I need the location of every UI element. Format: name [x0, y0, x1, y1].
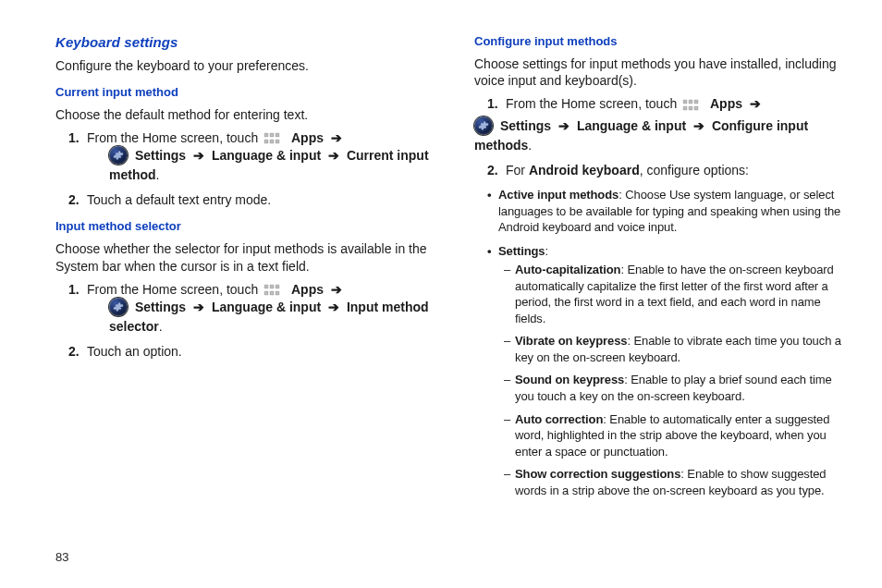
right-column: Configure input methods Choose settings …	[474, 33, 849, 506]
period: .	[528, 138, 532, 153]
page-number: 83	[55, 549, 68, 566]
settings-label: Settings	[135, 148, 186, 163]
apps-icon	[682, 99, 703, 112]
subheading-intro: Choose the default method for entering t…	[55, 106, 430, 124]
list-item: Settings: Auto-capitalization: Enable to…	[487, 243, 849, 499]
svg-rect-3	[264, 140, 268, 143]
svg-rect-8	[276, 285, 279, 288]
path-segment: Language & input	[577, 118, 686, 133]
step-continuation: Settings ➔ Language & input ➔ Configure …	[474, 116, 849, 154]
dash-label: Auto-capitalization	[515, 263, 620, 276]
svg-rect-7	[270, 285, 274, 288]
dash-label: Sound on keypress	[515, 373, 624, 386]
svg-rect-2	[276, 133, 279, 137]
section-intro: Configure the keyboard to your preferenc…	[55, 57, 430, 75]
arrow-icon: ➔	[331, 130, 342, 145]
step-text: From the Home screen, touch	[87, 282, 262, 297]
gear-icon	[474, 116, 493, 135]
subheading-intro: Choose settings for input methods you ha…	[474, 55, 849, 91]
svg-rect-0	[264, 133, 268, 137]
bold-text: Android keyboard	[529, 163, 640, 178]
apps-label: Apps	[291, 130, 324, 145]
left-column: Keyboard settings Configure the keyboard…	[55, 33, 430, 506]
step-continuation: Settings ➔ Language & input ➔ Input meth…	[109, 298, 430, 336]
columns: Keyboard settings Configure the keyboard…	[55, 33, 849, 506]
step-text: From the Home screen, touch	[87, 130, 262, 145]
apps-label: Apps	[291, 282, 324, 297]
apps-icon	[263, 132, 284, 145]
dash-list: Auto-capitalization: Enable to have the …	[498, 262, 849, 498]
svg-rect-6	[264, 285, 268, 288]
settings-label: Settings	[500, 118, 551, 133]
arrow-icon: ➔	[193, 300, 204, 314]
bullet-list: Active input methods: Choose Use system …	[474, 187, 849, 498]
dash-label: Show correction suggestions	[515, 467, 680, 481]
bullet-label: Active input methods	[498, 188, 619, 202]
path-segment: Language & input	[212, 300, 321, 314]
svg-rect-12	[683, 100, 687, 104]
step-continuation: Settings ➔ Language & input ➔ Current in…	[109, 146, 430, 184]
bullet-text: :	[545, 244, 548, 258]
step-item: Touch an option.	[68, 343, 430, 361]
subheading-current-input: Current input method	[55, 84, 430, 101]
arrow-icon: ➔	[328, 300, 339, 314]
apps-icon	[263, 284, 284, 297]
list-item: Auto-capitalization: Enable to have the …	[504, 262, 849, 326]
steps-list: From the Home screen, touch Apps ➔ Setti…	[474, 95, 849, 179]
svg-rect-5	[276, 140, 279, 143]
list-item: Sound on keypress: Enable to play a brie…	[504, 372, 849, 404]
svg-rect-1	[270, 133, 274, 137]
svg-rect-9	[264, 291, 268, 295]
list-item: Auto correction: Enable to automatically…	[504, 411, 849, 460]
svg-rect-10	[270, 291, 274, 295]
gear-icon	[109, 146, 128, 165]
manual-page: Keyboard settings Configure the keyboard…	[0, 0, 882, 588]
svg-rect-14	[694, 100, 698, 104]
dash-label: Vibrate on keypress	[515, 334, 627, 348]
apps-label: Apps	[710, 96, 742, 111]
path-segment: Language & input	[212, 148, 321, 163]
step-text: Touch an option.	[87, 344, 182, 359]
step-item: For Android keyboard, configure options:	[487, 162, 849, 179]
section-heading: Keyboard settings	[55, 33, 430, 52]
svg-rect-15	[683, 106, 687, 110]
gear-icon	[109, 298, 128, 316]
period: .	[159, 319, 163, 334]
bullet-label: Settings	[498, 244, 545, 258]
arrow-icon: ➔	[693, 118, 704, 133]
step-item: From the Home screen, touch Apps ➔ Setti…	[68, 281, 430, 337]
svg-rect-11	[276, 291, 279, 295]
step-item: Touch a default text entry mode.	[68, 191, 430, 209]
step-text: From the Home screen, touch	[506, 96, 680, 111]
arrow-icon: ➔	[328, 148, 339, 163]
step-text: Touch a default text entry mode.	[87, 192, 271, 207]
arrow-icon: ➔	[193, 148, 204, 163]
step-text: , configure options:	[640, 163, 749, 178]
subheading-intro: Choose whether the selector for input me…	[55, 240, 430, 276]
subheading-input-selector: Input method selector	[55, 218, 430, 235]
svg-rect-13	[689, 100, 692, 104]
step-text: For	[506, 163, 529, 178]
svg-rect-16	[689, 106, 692, 110]
settings-label: Settings	[135, 300, 186, 314]
step-item: From the Home screen, touch Apps ➔ Setti…	[487, 95, 849, 154]
subheading-configure: Configure input methods	[474, 33, 849, 50]
list-item: Vibrate on keypress: Enable to vibrate e…	[504, 333, 849, 365]
steps-list: From the Home screen, touch Apps ➔ Setti…	[55, 129, 430, 210]
steps-list: From the Home screen, touch Apps ➔ Setti…	[55, 281, 430, 361]
arrow-icon: ➔	[558, 118, 570, 133]
arrow-icon: ➔	[750, 96, 761, 111]
step-item: From the Home screen, touch Apps ➔ Setti…	[68, 129, 430, 185]
svg-rect-17	[694, 106, 698, 110]
period: .	[156, 167, 160, 182]
svg-rect-4	[270, 140, 274, 143]
arrow-icon: ➔	[331, 282, 342, 297]
list-item: Show correction suggestions: Enable to s…	[504, 466, 849, 498]
list-item: Active input methods: Choose Use system …	[487, 187, 849, 236]
dash-label: Auto correction	[515, 412, 603, 426]
